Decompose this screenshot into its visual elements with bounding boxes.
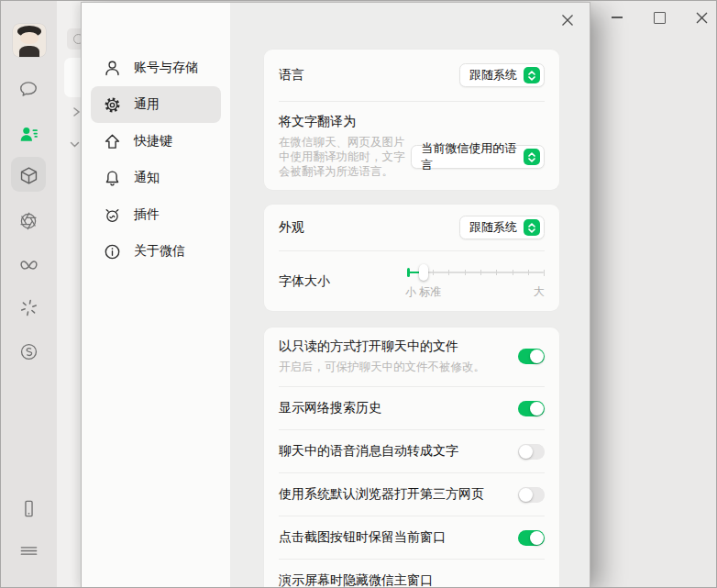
slider-tick (480, 270, 481, 275)
settings-nav: 账号与存储 通用 快捷键 (82, 3, 230, 588)
appearance-card: 外观 跟随系统 字体大小 (264, 205, 559, 311)
default-browser-toggle[interactable] (518, 487, 545, 503)
sparkle-icon[interactable] (17, 296, 39, 318)
toggle-label: 显示网络搜索历史 (279, 400, 381, 416)
toggle-label: 聊天中的语音消息自动转成文字 (279, 443, 458, 460)
slider-track[interactable] (408, 272, 544, 273)
stepper-icon (524, 149, 540, 165)
toggle-row-default-browser: 使用系统默认浏览器打开第三方网页 (264, 473, 559, 516)
font-size-slider[interactable]: 小 标准 大 (407, 264, 545, 298)
language-label: 语言 (279, 67, 304, 83)
contacts-icon[interactable] (17, 123, 39, 145)
font-size-current-label: 标准 (419, 284, 441, 300)
readonly-files-toggle[interactable] (518, 349, 545, 364)
translate-select-value: 当前微信使用的语言 (421, 140, 517, 173)
gear-icon (103, 95, 122, 115)
slider-tick (528, 270, 529, 275)
channels-icon[interactable] (17, 255, 39, 277)
toggle-description: 开启后，可保护聊天中的文件不被修改。 (279, 360, 485, 374)
translate-label: 将文字翻译为 (279, 114, 545, 130)
window-controls (607, 6, 711, 29)
slider-tick (465, 270, 466, 275)
phone-icon[interactable] (17, 497, 39, 519)
nav-item-general[interactable]: 通用 (91, 86, 221, 123)
avatar-body (19, 46, 39, 57)
nav-item-label: 通知 (134, 170, 160, 186)
minimize-icon (612, 17, 623, 18)
toggles-card: 以只读的方式打开聊天中的文件 开启后，可保护聊天中的文件不被修改。 显示网络搜索… (264, 327, 559, 588)
moments-icon[interactable] (17, 210, 39, 232)
nav-item-notifications[interactable]: 通知 (91, 160, 221, 196)
toggle-knob (530, 402, 544, 416)
appearance-select[interactable]: 跟随系统 (459, 216, 545, 239)
mini-programs-icon[interactable] (17, 340, 39, 362)
appearance-select-value: 跟随系统 (469, 219, 517, 236)
translate-select[interactable]: 当前微信使用的语言 (411, 145, 545, 169)
language-row: 语言 跟随系统 (264, 50, 559, 101)
toggle-knob (519, 445, 533, 459)
translate-description: 在微信聊天、网页及图片中使用翻译功能时，文字会被翻译为所选语言。 (279, 135, 411, 179)
toggle-label: 使用系统默认浏览器打开第三方网页 (279, 486, 484, 503)
shortcut-icon (103, 132, 122, 151)
toggle-row-keep-window-screenshot: 点击截图按钮时保留当前窗口 (264, 516, 559, 559)
stepper-icon (524, 67, 540, 83)
plugin-icon (103, 205, 122, 225)
slider-tick (433, 270, 434, 275)
favorites-icon[interactable] (17, 164, 39, 186)
minimize-button[interactable] (607, 7, 627, 28)
toggle-row-readonly-files: 以只读的方式打开聊天中的文件 开启后，可保护聊天中的文件不被修改。 (264, 327, 559, 386)
slider-tick (496, 270, 497, 275)
appearance-label: 外观 (279, 219, 304, 236)
dialog-close-button[interactable] (557, 10, 578, 30)
avatar-face (20, 32, 39, 44)
maximize-icon (654, 12, 666, 24)
toggle-label: 演示屏幕时隐藏微信主窗口 (279, 572, 433, 588)
nav-item-label: 通用 (134, 96, 160, 113)
toggle-knob (530, 349, 544, 363)
appearance-row: 外观 跟随系统 (264, 205, 559, 250)
settings-content: 语言 跟随系统 将文字翻译为 在微信聊天、网页及图片中使用翻译功能时，文字会被翻… (230, 3, 590, 588)
toggle-knob (530, 531, 544, 545)
language-select-value: 跟随系统 (469, 67, 517, 83)
menu-icon[interactable] (17, 539, 39, 561)
nav-item-label: 账号与存储 (134, 60, 198, 76)
font-size-label: 字体大小 (279, 273, 330, 290)
toggle-label: 以只读的方式打开聊天中的文件 (279, 338, 485, 355)
nav-item-label: 快捷键 (134, 133, 172, 150)
nav-item-shortcuts[interactable]: 快捷键 (91, 123, 221, 160)
close-window-button[interactable] (691, 7, 711, 28)
close-icon (561, 14, 574, 27)
font-size-min-label: 小 (405, 284, 416, 300)
close-icon (696, 12, 708, 24)
bell-icon (103, 169, 122, 188)
toggle-row-search-history: 显示网络搜索历史 (264, 387, 559, 429)
language-select[interactable]: 跟随系统 (459, 63, 545, 87)
chevron-down-icon[interactable] (68, 138, 82, 155)
voice-to-text-toggle[interactable] (518, 444, 545, 460)
nav-item-plugins[interactable]: 插件 (91, 196, 221, 233)
user-avatar[interactable] (13, 24, 46, 57)
nav-item-account-storage[interactable]: 账号与存储 (91, 50, 221, 86)
info-icon (103, 242, 122, 261)
language-card: 语言 跟随系统 将文字翻译为 在微信聊天、网页及图片中使用翻译功能时，文字会被翻… (264, 50, 559, 190)
slider-handle[interactable] (419, 264, 428, 281)
settings-dialog: 账号与存储 通用 快捷键 (81, 2, 590, 588)
nav-item-about[interactable]: 关于微信 (91, 233, 221, 270)
chat-icon[interactable] (17, 78, 39, 100)
slider-tick (448, 270, 449, 275)
slider-tick (544, 270, 545, 276)
stepper-icon (524, 219, 540, 236)
sidebar (0, 0, 57, 588)
maximize-button[interactable] (649, 7, 669, 28)
font-size-row: 字体大小 (264, 251, 559, 311)
toggle-knob (519, 488, 533, 502)
keep-window-screenshot-toggle[interactable] (518, 530, 545, 546)
nav-item-label: 插件 (134, 206, 160, 223)
user-icon (103, 59, 122, 78)
toggle-row-hide-when-presenting: 演示屏幕时隐藏微信主窗口 (264, 560, 559, 588)
toggle-label: 点击截图按钮时保留当前窗口 (279, 529, 446, 546)
search-history-toggle[interactable] (518, 401, 545, 416)
translate-row: 将文字翻译为 在微信聊天、网页及图片中使用翻译功能时，文字会被翻译为所选语言。 … (264, 102, 559, 190)
toggle-row-voice-to-text: 聊天中的语音消息自动转成文字 (264, 430, 559, 472)
slider-start-cap (407, 268, 410, 277)
